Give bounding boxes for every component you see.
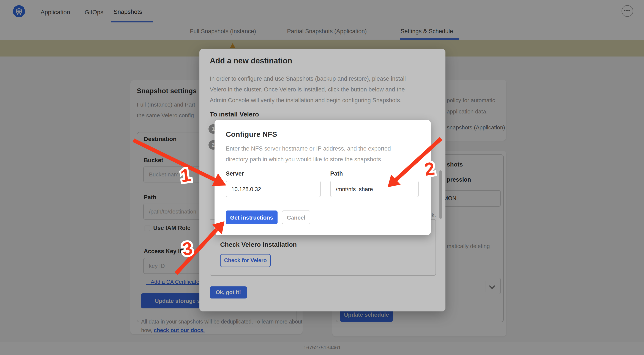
- configure-nfs-modal: Configure NFS Enter the NFS server hostn…: [214, 120, 431, 235]
- nfs-cancel-button[interactable]: Cancel: [282, 211, 310, 224]
- nfs-path-input[interactable]: [330, 181, 419, 197]
- nfs-description-line2: directory path in which you would like t…: [226, 156, 382, 163]
- nfs-path-label: Path: [330, 170, 343, 177]
- nfs-description-line1: Enter the NFS server hostname or IP addr…: [226, 145, 391, 152]
- admin-console-app: Application GitOps Snapshots Full Snapsh…: [0, 0, 644, 355]
- nfs-server-label: Server: [226, 170, 244, 177]
- configure-nfs-title: Configure NFS: [226, 130, 277, 139]
- get-instructions-button[interactable]: Get instructions: [226, 211, 278, 224]
- nfs-server-input[interactable]: [226, 181, 321, 197]
